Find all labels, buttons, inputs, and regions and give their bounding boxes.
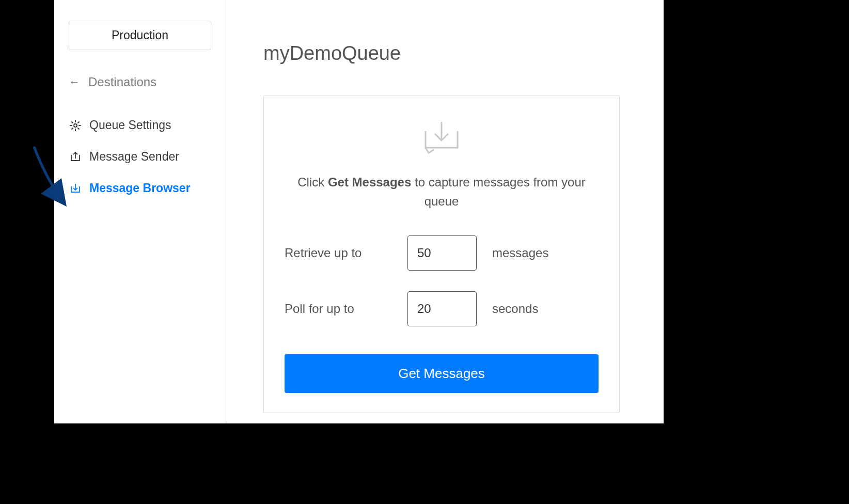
sidebar-item-message-sender[interactable]: Message Sender — [54, 150, 226, 164]
sidebar-item-message-browser[interactable]: Message Browser — [54, 181, 226, 195]
poll-label: Poll for up to — [285, 302, 407, 316]
poll-seconds-input[interactable] — [407, 291, 477, 326]
sidebar-item-label: Queue Settings — [89, 118, 171, 132]
retrieve-suffix: messages — [492, 246, 548, 260]
retrieve-label: Retrieve up to — [285, 246, 407, 260]
inbox-large-icon — [285, 120, 599, 158]
back-label: Destinations — [88, 75, 156, 89]
instruction-text: Click Get Messages to capture messages f… — [285, 172, 599, 211]
environment-selector[interactable]: Production — [69, 21, 211, 50]
instruction-post: to capture messages from your queue — [411, 175, 585, 208]
sidebar-item-label: Message Sender — [89, 150, 179, 164]
instruction-bold: Get Messages — [328, 175, 411, 189]
arrow-left-icon: ← — [69, 75, 80, 89]
sidebar: Production ← Destinations Queue Settings — [54, 0, 226, 423]
poll-row: Poll for up to seconds — [285, 291, 599, 326]
instruction-pre: Click — [297, 175, 328, 189]
get-messages-button[interactable]: Get Messages — [285, 354, 599, 393]
sidebar-item-label: Message Browser — [89, 181, 191, 195]
main-content: myDemoQueue Click Get Messages to captur… — [226, 0, 664, 423]
sidebar-item-queue-settings[interactable]: Queue Settings — [54, 118, 226, 132]
retrieve-row: Retrieve up to messages — [285, 235, 599, 271]
poll-suffix: seconds — [492, 302, 538, 316]
svg-point-0 — [74, 124, 77, 127]
gear-icon — [69, 119, 82, 132]
back-to-destinations[interactable]: ← Destinations — [54, 75, 226, 89]
message-browser-card: Click Get Messages to capture messages f… — [263, 96, 620, 413]
retrieve-count-input[interactable] — [407, 235, 477, 271]
outbox-icon — [69, 150, 82, 164]
inbox-icon — [69, 182, 82, 195]
app-window: Production ← Destinations Queue Settings — [54, 0, 664, 423]
page-title: myDemoQueue — [263, 42, 645, 65]
